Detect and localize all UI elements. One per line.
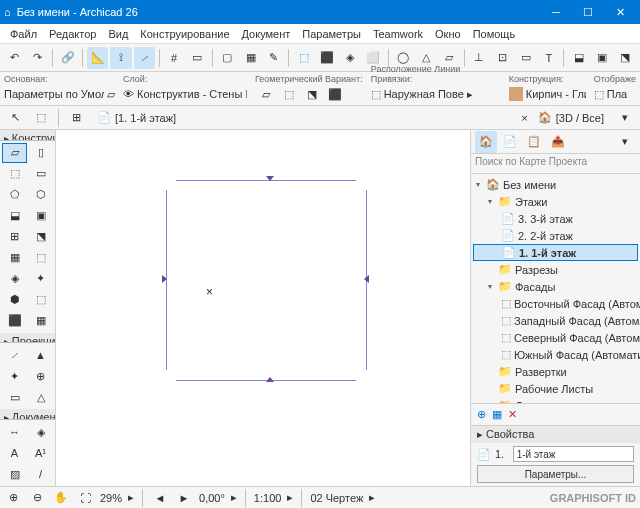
slab-tool[interactable]: ▭ (28, 164, 53, 184)
tree-interior[interactable]: 📁Развертки (473, 363, 638, 380)
geom-curved-icon[interactable]: ⬚ (278, 83, 300, 105)
angle-tool-icon[interactable]: 📐 (87, 47, 108, 69)
snap-tool-icon[interactable]: ⟟ (110, 47, 131, 69)
dim-tool[interactable]: ↔ (2, 422, 27, 442)
tab-dropdown-icon[interactable]: ▾ (614, 107, 636, 129)
drawing-value[interactable]: 02 Чертеж (310, 492, 363, 504)
scale-value[interactable]: 1:100 (254, 492, 282, 504)
tree-floors[interactable]: ▾📁Этажи (473, 193, 638, 210)
angle-value[interactable]: 0,00° (199, 492, 225, 504)
toolbox-document-section[interactable]: ▸ Документиро (0, 409, 55, 420)
ruler-icon[interactable]: ▭ (187, 47, 208, 69)
elevation-tool[interactable]: ▲ (28, 345, 53, 365)
link-icon[interactable]: 🔗 (57, 47, 78, 69)
layer-icon[interactable]: ⬚ (293, 47, 314, 69)
pan-icon[interactable]: ✋ (52, 489, 70, 507)
rect-icon[interactable]: ▭ (515, 47, 536, 69)
opening-tool[interactable]: ▦ (28, 311, 53, 331)
props-params-button[interactable]: Параметры... (477, 465, 634, 483)
text-icon[interactable]: T (538, 47, 559, 69)
geom-poly-icon[interactable]: ⬛ (324, 83, 346, 105)
section-tool[interactable]: ⟋ (2, 345, 27, 365)
level-tool[interactable]: ◈ (28, 422, 53, 442)
guide-tool-icon[interactable]: ⟋ (134, 47, 155, 69)
change-tool[interactable]: △ (28, 387, 53, 407)
delete-icon[interactable]: ✕ (508, 408, 517, 421)
tree-sections[interactable]: 📁Разрезы (473, 261, 638, 278)
menu-edit[interactable]: Редактор (43, 26, 102, 42)
worksheet-tool[interactable]: ▭ (2, 387, 27, 407)
door-icon[interactable]: ⬓ (568, 47, 589, 69)
geom-straight-icon[interactable]: ▱ (255, 83, 277, 105)
grid-icon[interactable]: # (164, 47, 185, 69)
next-icon[interactable]: ► (175, 489, 193, 507)
constr-value[interactable]: Кирпич - Гли... (526, 88, 586, 100)
marquee-icon[interactable]: ▦ (240, 47, 261, 69)
nav-search[interactable]: Поиск по Карте Проекта (471, 154, 640, 174)
tab-3d[interactable]: 🏠[3D / Все] (532, 109, 610, 126)
column-tool[interactable]: ▯ (28, 143, 53, 163)
nav-menu-icon[interactable]: ▾ (614, 131, 636, 153)
prev-icon[interactable]: ◄ (151, 489, 169, 507)
line-tool[interactable]: / (28, 464, 53, 484)
arrow-tool-icon[interactable]: ↖ (4, 107, 26, 129)
eyedrop-icon[interactable]: ✎ (263, 47, 284, 69)
menu-design[interactable]: Конструирование (134, 26, 235, 42)
window-icon[interactable]: ▣ (592, 47, 613, 69)
display-icon[interactable]: ⬚ (594, 88, 604, 101)
select-icon[interactable]: ▢ (217, 47, 238, 69)
tree-floor1[interactable]: 📄1. 1-й этаж (473, 244, 638, 261)
fit-icon[interactable]: ⛶ (76, 489, 94, 507)
mesh-tool[interactable]: ◈ (2, 269, 27, 289)
stairs-icon[interactable]: ⬔ (615, 47, 636, 69)
interior-tool[interactable]: ✦ (2, 366, 27, 386)
marquee-tool-icon[interactable]: ⬚ (30, 107, 52, 129)
menu-window[interactable]: Окно (429, 26, 467, 42)
layer2-icon[interactable]: ⬛ (316, 47, 337, 69)
props-name-input[interactable] (513, 446, 634, 462)
anchor-value[interactable]: Наружная Пове... (384, 88, 464, 100)
undo-icon[interactable]: ↶ (4, 47, 25, 69)
nav-view-tab-icon[interactable]: 📄 (499, 131, 521, 153)
grid-view-icon[interactable]: ⊞ (65, 107, 87, 129)
menu-teamwork[interactable]: Teamwork (367, 26, 429, 42)
layer-value[interactable]: Конструктив - Стены Не... (137, 88, 247, 100)
grid-tool[interactable]: ⊞ (2, 227, 27, 247)
wall-tool[interactable]: ▱ (2, 143, 27, 163)
morph-tool[interactable]: ⬢ (2, 290, 27, 310)
detail-tool[interactable]: ⊕ (28, 366, 53, 386)
tree-elevations[interactable]: ▾📁Фасады (473, 278, 638, 295)
menu-view[interactable]: Вид (102, 26, 134, 42)
window-tool[interactable]: ▣ (28, 206, 53, 226)
fill-tool[interactable]: ▨ (2, 464, 27, 484)
menu-document[interactable]: Документ (236, 26, 297, 42)
door-tool[interactable]: ⬓ (2, 206, 27, 226)
close-button[interactable]: ✕ (604, 6, 636, 19)
tree-east[interactable]: ⬚Восточный Фасад (Автоматич (473, 295, 638, 312)
maximize-button[interactable]: ☐ (572, 6, 604, 19)
nav-layout-tab-icon[interactable]: 📋 (523, 131, 545, 153)
tree-west[interactable]: ⬚Западный Фасад (Автоматиче (473, 312, 638, 329)
tree-worksheets[interactable]: 📁Рабочие Листы (473, 380, 638, 397)
shape-tool[interactable]: ⬠ (2, 185, 27, 205)
tree-floor3[interactable]: 📄3. 3-й этаж (473, 210, 638, 227)
nav-publish-tab-icon[interactable]: 📤 (547, 131, 569, 153)
tree-south[interactable]: ⬚Южный Фасад (Автоматическ (473, 346, 638, 363)
menu-help[interactable]: Помощь (467, 26, 522, 42)
roof-tool[interactable]: ⬔ (28, 227, 53, 247)
curtain-tool[interactable]: ▦ (2, 248, 27, 268)
tab-close-icon[interactable]: × (521, 112, 527, 124)
zoom-value[interactable]: 29% (100, 492, 122, 504)
tree-root[interactable]: ▾🏠Без имени (473, 176, 638, 193)
redo-icon[interactable]: ↷ (27, 47, 48, 69)
menu-options[interactable]: Параметры (296, 26, 367, 42)
menu-file[interactable]: Файл (4, 26, 43, 42)
tab-floorplan[interactable]: 📄[1. 1-й этаж] (91, 109, 182, 126)
tree-north[interactable]: ⬚Северный Фасад (Автоматиче (473, 329, 638, 346)
toolbox-construct-section[interactable]: ▸ Конструиров (0, 130, 55, 141)
geom-trapez-icon[interactable]: ⬔ (301, 83, 323, 105)
toolbox-project-section[interactable]: ▸ Проекция (0, 333, 55, 344)
add-icon[interactable]: ⊕ (477, 408, 486, 421)
zone-tool[interactable]: ⬛ (2, 311, 27, 331)
shell-tool[interactable]: ✦ (28, 269, 53, 289)
